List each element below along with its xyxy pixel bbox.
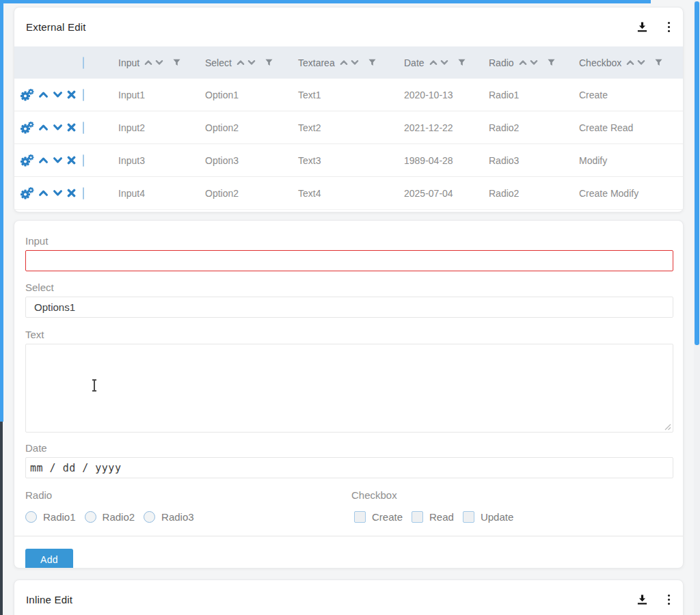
table-header-row: Input Select Textarea Date Radio <box>14 46 683 79</box>
sort-asc-icon[interactable] <box>237 59 245 66</box>
checkbox-group: Checkbox Create Read Update <box>351 489 672 524</box>
column-label: Textarea <box>298 57 335 68</box>
sort-asc-icon[interactable] <box>144 59 152 66</box>
filter-icon[interactable] <box>655 59 662 66</box>
checkbox-icon[interactable] <box>463 511 474 523</box>
kebab-menu-icon[interactable] <box>667 593 672 607</box>
input-field[interactable] <box>25 250 673 271</box>
move-up-icon[interactable] <box>38 189 49 197</box>
cell-textarea: Text4 <box>298 188 404 199</box>
radio-option[interactable]: Radio1 <box>25 511 76 523</box>
column-label: Date <box>404 57 425 68</box>
cell-textarea: Text2 <box>298 122 404 133</box>
delete-icon[interactable] <box>67 189 76 197</box>
row-checkbox[interactable] <box>83 187 84 200</box>
table-row: Input3 Option3 Text3 1989-04-28 Radio3 M… <box>14 144 683 177</box>
checkbox-icon[interactable] <box>412 511 423 523</box>
cell-select: Option3 <box>205 155 298 166</box>
move-down-icon[interactable] <box>53 124 63 131</box>
text-field[interactable] <box>25 344 673 433</box>
sort-asc-icon[interactable] <box>429 59 438 66</box>
move-down-icon[interactable] <box>53 156 63 164</box>
delete-icon[interactable] <box>67 90 76 99</box>
radio-option-label: Radio2 <box>103 511 135 523</box>
move-up-icon[interactable] <box>38 124 49 131</box>
move-up-icon[interactable] <box>38 91 49 98</box>
card-header: External Edit <box>14 8 683 46</box>
delete-icon[interactable] <box>67 123 76 132</box>
row-checkbox[interactable] <box>83 122 84 134</box>
settings-icon[interactable] <box>20 122 34 134</box>
card-title: Inline Edit <box>26 594 636 605</box>
checkbox-option-label: Create <box>372 511 403 523</box>
cell-date: 1989-04-28 <box>404 155 489 166</box>
cell-textarea: Text1 <box>298 90 404 100</box>
select-all-checkbox[interactable] <box>83 57 84 69</box>
move-down-icon[interactable] <box>53 189 63 197</box>
row-checkbox[interactable] <box>83 89 84 101</box>
move-down-icon[interactable] <box>53 91 63 98</box>
sort-asc-icon[interactable] <box>519 59 527 66</box>
page-scrollbar-thumb[interactable] <box>695 1 699 345</box>
filter-icon[interactable] <box>458 59 466 66</box>
left-edge-blue-strip <box>0 0 3 422</box>
move-up-icon[interactable] <box>38 156 49 164</box>
radio-icon[interactable] <box>144 511 155 523</box>
radio-option[interactable]: Radio3 <box>144 511 194 523</box>
column-header-textarea: Textarea <box>298 57 404 68</box>
filter-icon[interactable] <box>173 59 180 66</box>
download-icon[interactable] <box>636 594 648 605</box>
checkbox-option[interactable]: Update <box>463 511 513 523</box>
cell-select: Option2 <box>205 122 298 133</box>
page-scrollbar-track[interactable] <box>694 0 700 615</box>
select-field[interactable]: Options1 <box>25 297 673 318</box>
delete-icon[interactable] <box>67 156 76 165</box>
radio-icon[interactable] <box>25 511 37 523</box>
cell-checkbox: Create Modify <box>579 188 683 199</box>
sort-asc-icon[interactable] <box>626 59 634 66</box>
radio-option[interactable]: Radio2 <box>85 511 135 523</box>
settings-icon[interactable] <box>20 89 34 101</box>
cell-input: Input3 <box>118 155 205 166</box>
date-field[interactable] <box>25 457 673 478</box>
cell-select: Option1 <box>205 90 298 100</box>
row-checkbox[interactable] <box>83 154 84 167</box>
cell-textarea: Text3 <box>298 155 404 166</box>
sort-asc-icon[interactable] <box>340 59 348 66</box>
cell-input: Input4 <box>118 188 205 199</box>
sort-desc-icon[interactable] <box>247 59 256 66</box>
column-header-input: Input <box>118 57 205 68</box>
column-header-date: Date <box>404 57 489 68</box>
sort-desc-icon[interactable] <box>440 59 448 66</box>
column-header-select: Select <box>205 57 298 68</box>
cell-checkbox: Modify <box>579 155 683 166</box>
download-icon[interactable] <box>636 21 648 33</box>
radio-option-label: Radio1 <box>43 511 76 523</box>
column-label: Input <box>118 57 139 68</box>
column-label: Radio <box>489 57 514 68</box>
add-button[interactable]: Add <box>25 549 73 569</box>
filter-icon[interactable] <box>368 59 376 66</box>
card-header: Inline Edit <box>14 580 683 615</box>
table-row: Input2 Option2 Text2 2021-12-22 Radio2 C… <box>14 111 683 144</box>
radio-icon[interactable] <box>85 511 96 523</box>
radio-group-label: Radio <box>25 489 351 501</box>
cell-select: Option2 <box>205 188 298 199</box>
filter-icon[interactable] <box>265 59 273 66</box>
sort-desc-icon[interactable] <box>530 59 538 66</box>
column-header-checkbox: Checkbox <box>579 57 683 68</box>
kebab-menu-icon[interactable] <box>667 20 672 34</box>
filter-icon[interactable] <box>548 59 555 66</box>
sort-desc-icon[interactable] <box>155 59 163 66</box>
settings-icon[interactable] <box>20 154 34 167</box>
sort-desc-icon[interactable] <box>351 59 359 66</box>
checkbox-group-label: Checkbox <box>351 489 672 501</box>
card-title: External Edit <box>26 21 636 33</box>
checkbox-option[interactable]: Create <box>354 511 403 523</box>
sort-desc-icon[interactable] <box>637 59 645 66</box>
settings-icon[interactable] <box>20 187 34 200</box>
left-edge-dark-strip <box>0 422 3 615</box>
resize-handle-icon[interactable] <box>664 424 671 430</box>
checkbox-icon[interactable] <box>354 511 366 523</box>
checkbox-option[interactable]: Read <box>412 511 454 523</box>
